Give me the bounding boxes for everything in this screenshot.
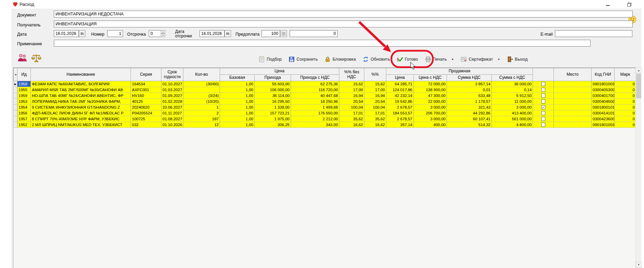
scrollbar-thumb[interactable] — [636, 74, 641, 98]
cell-pct[interactable]: 100,04 — [364, 105, 386, 110]
cell-id[interactable]: 1956 — [17, 110, 31, 116]
cell-sum-with-vat[interactable]: 11 000,00 — [492, 99, 533, 105]
cell-price-income-vat[interactable]: 118 720,00 — [291, 87, 339, 93]
cell-price-base[interactable]: 1,00 — [220, 105, 255, 110]
cell-sale-price-vat[interactable]: 138 900,00 — [414, 87, 447, 93]
cell-id[interactable]: 1957 — [17, 116, 31, 122]
cell-pct-no-vat[interactable]: 16,62 — [339, 122, 364, 128]
cell-series[interactable]: HV160 — [131, 93, 161, 99]
cell-qty[interactable]: (30/60) — [183, 81, 220, 87]
cell-name[interactable]: АМАРИЛ MSR ТАБ 2МГ/500МГ №30/САНОФИ АВ — [31, 87, 131, 93]
clients-icon[interactable] — [17, 53, 27, 63]
lock-button[interactable]: Блокировка — [325, 56, 356, 62]
cell-gni-code[interactable]: 09018010033 — [592, 81, 615, 87]
row-marker[interactable] — [14, 99, 17, 105]
cell-sale-price[interactable]: 64 285,71 — [386, 81, 414, 87]
deferral-date-input[interactable] — [199, 30, 224, 37]
certificate-button[interactable]: Сертификат ▼ — [461, 56, 500, 62]
deferral-date-calendar-button[interactable]: 31 — [224, 30, 231, 37]
col-header-qty[interactable]: Кол-во — [183, 68, 220, 81]
cell-checkbox[interactable] — [533, 81, 554, 87]
col-group-price[interactable]: Цена — [220, 68, 339, 75]
cell-sum-with-vat[interactable]: 5 912,50 — [492, 93, 533, 99]
cell-expiry[interactable]: 01.02.2028 — [161, 99, 183, 105]
cell-checkbox[interactable] — [533, 116, 554, 122]
col-header-sale-price-vat[interactable]: Цена с НДС — [414, 75, 447, 81]
row-marker[interactable]: ▶ — [14, 81, 17, 87]
cell-price-income[interactable]: 306,25 — [255, 122, 291, 128]
cell-qty[interactable]: (3/24) — [183, 93, 220, 99]
cell-checkbox[interactable] — [533, 87, 554, 93]
col-header-vat-sum[interactable]: Сумма НДС — [447, 75, 492, 81]
col-header-gni[interactable]: Код ГНИ — [592, 68, 615, 81]
checkbox-icon[interactable] — [541, 82, 545, 86]
cell-price-income[interactable]: 106 000,00 — [255, 87, 291, 93]
podbor-button[interactable]: Подбор — [259, 56, 282, 62]
cell-expiry[interactable]: 20.06.2027 — [161, 105, 183, 110]
cell-sale-price[interactable]: 42 232,14 — [386, 93, 414, 99]
cell-price-income-vat[interactable]: 2 212,00 — [291, 116, 339, 122]
cell-id[interactable]: 1953 — [17, 99, 31, 105]
cell-series[interactable]: AXFC001 — [131, 87, 161, 93]
cell-sale-price[interactable]: 19 642,86 — [386, 99, 414, 105]
col-header-id[interactable]: Ид — [17, 68, 31, 81]
cell-gni-code[interactable]: 03004236003 — [592, 116, 615, 122]
cell-pct[interactable]: 16,62 — [364, 122, 386, 128]
cell-gni-code[interactable]: 03004045001 — [592, 99, 615, 105]
cell-pct[interactable]: 35,62 — [364, 116, 386, 122]
cell-series[interactable]: 164534 — [131, 81, 161, 87]
cell-sale-price-vat[interactable]: 72 000,00 — [414, 81, 447, 87]
cell-gni-code[interactable]: 09018010033 — [592, 122, 615, 128]
cell-expiry[interactable]: 01.10.2027 — [161, 81, 183, 87]
restore-button[interactable] — [624, 2, 634, 7]
cell-vat-sum[interactable]: 514,32 — [447, 122, 492, 128]
col-header-place[interactable]: Место — [554, 68, 592, 81]
note-input[interactable] — [54, 40, 591, 47]
cell-pct-no-vat[interactable]: 17,01 — [339, 110, 364, 116]
cell-name[interactable]: ЛОПЕРАМИД-НИКА ТАБ 2МГ №20/НИКА ФАРМ, — [31, 99, 131, 105]
cell-sale-price[interactable]: 184 553,57 — [386, 110, 414, 116]
print-dropdown-icon[interactable]: ▼ — [451, 58, 454, 61]
number-input[interactable] — [107, 30, 123, 37]
cell-price-income[interactable]: 55 603,00 — [255, 81, 291, 87]
cell-checkbox[interactable] — [533, 93, 554, 99]
cell-price-income-vat[interactable]: 62 275,36 — [291, 81, 339, 87]
refresh-button[interactable]: Обновить — [363, 56, 390, 62]
cell-expiry[interactable]: 01.09.2027 — [161, 93, 183, 99]
cell-pct[interactable]: 15,62 — [364, 81, 386, 87]
cell-id[interactable]: 1959 — [17, 93, 31, 99]
row-marker[interactable] — [14, 105, 17, 110]
cell-series[interactable]: 20240620 — [131, 105, 161, 110]
col-header-sale-price[interactable]: Цена — [386, 75, 414, 81]
document-input[interactable] — [54, 11, 633, 17]
cell-gni-code[interactable]: 03004017002 — [592, 93, 615, 99]
col-header-series[interactable]: Серия — [131, 68, 161, 81]
cell-pct[interactable]: 17,01 — [364, 110, 386, 116]
cell-series[interactable]: 100725 — [131, 116, 161, 122]
col-header-price-income-vat[interactable]: Прихода с НДС — [291, 75, 339, 81]
cell-sum-with-vat[interactable]: 3 000,00 — [492, 105, 533, 110]
cell-qty[interactable]: (10/20) — [183, 99, 220, 105]
checkbox-icon[interactable] — [541, 99, 545, 103]
cell-sale-price-vat[interactable]: 22 000,00 — [414, 99, 447, 105]
date-calendar-button[interactable]: 31 — [79, 30, 85, 37]
cell-sum-with-vat[interactable]: 4 800,00 — [492, 122, 533, 128]
cell-sale-price-vat[interactable]: 3 000,00 — [414, 105, 447, 110]
cell-expiry[interactable]: 01.08.2027 — [161, 116, 183, 122]
cell-place[interactable] — [554, 116, 592, 122]
cell-mark[interactable]: 0 — [615, 122, 636, 128]
cell-name[interactable]: ФЕЗАМ КАПС №60/АКТАВИС, БОЛГАРИЯ — [31, 81, 131, 87]
cell-qty[interactable]: 12 — [183, 122, 220, 128]
cell-vat-sum[interactable]: 1 178,57 — [447, 99, 492, 105]
row-marker[interactable] — [14, 93, 17, 99]
cell-expiry[interactable]: 01.03.2027 — [161, 87, 183, 93]
cell-price-income[interactable]: 157 723,21 — [255, 110, 291, 116]
row-marker[interactable] — [14, 87, 17, 93]
col-header-price-income[interactable]: Прихода — [255, 75, 291, 81]
row-marker[interactable] — [14, 116, 17, 122]
cell-mark[interactable]: 0 — [615, 93, 636, 99]
cell-price-base[interactable]: 1,00 — [220, 116, 255, 122]
cell-sale-price[interactable]: 124 017,86 — [386, 87, 414, 93]
cell-name[interactable]: 9 СИСТЕМА ИНФУЗИОННАЯ GT/SHANDONG Z — [31, 105, 131, 110]
col-group-sale[interactable]: Продажная — [386, 68, 533, 75]
